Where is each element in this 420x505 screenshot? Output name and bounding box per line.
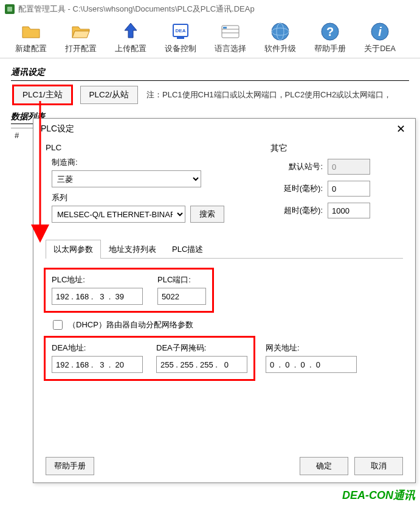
delay-input[interactable] <box>328 181 370 197</box>
ok-button[interactable]: 确定 <box>300 457 348 475</box>
svg-point-7 <box>272 23 289 40</box>
tab-plc-description[interactable]: PLC描述 <box>164 240 211 259</box>
tab-ethernet-params[interactable]: 以太网参数 <box>46 240 101 259</box>
toolbar-label: 语言选择 <box>215 44 246 54</box>
app-icon <box>5 4 15 14</box>
comm-tabs: PLC1/主站 PLC2/从站 注：PLC1使用CH1端口或以太网端口，PLC2… <box>0 86 420 110</box>
dea-mask-label: DEA子网掩码: <box>156 343 247 354</box>
col-hash: # <box>11 128 35 142</box>
toolbar-open-config[interactable]: 打开配置 <box>56 19 106 54</box>
svg-text:?: ? <box>326 25 334 38</box>
search-button[interactable]: 搜索 <box>190 206 224 223</box>
other-group-title: 其它 <box>270 143 403 154</box>
window-titlebar: 配置管理工具 - C:\Users\whsong\Documents\PLC及P… <box>0 0 420 18</box>
toolbar-label: 帮助手册 <box>314 44 346 54</box>
toolbar-label: 软件升级 <box>264 44 296 54</box>
plc-settings-dialog: PLC设定 ✕ PLC 制造商: 三菱 系列 MELSEC-Q/L ETHER <box>33 118 416 483</box>
plc-port-input[interactable] <box>157 288 206 305</box>
toolbar-label: 关于DEA <box>364 44 396 54</box>
info-icon: i <box>369 21 391 43</box>
gateway-input[interactable] <box>266 356 357 373</box>
delay-label: 延时(毫秒): <box>270 183 323 194</box>
maker-combo[interactable]: 三菱 <box>52 170 201 187</box>
toolbar-label: 上传配置 <box>115 44 146 54</box>
maker-label: 制造商: <box>52 157 234 168</box>
toolbar-help-manual[interactable]: ? 帮助手册 <box>305 19 355 54</box>
globe-icon <box>269 21 291 43</box>
plc-port-label: PLC端口: <box>157 274 206 285</box>
svg-text:i: i <box>378 25 382 38</box>
svg-rect-6 <box>223 27 227 29</box>
dea-addr-input[interactable] <box>52 356 143 373</box>
dhcp-checkbox[interactable] <box>53 320 63 330</box>
dialog-title-text: PLC设定 <box>41 124 74 134</box>
svg-rect-2 <box>177 37 184 39</box>
toolbar-software-upgrade[interactable]: 软件升级 <box>255 19 305 54</box>
dialog-footer: 帮助手册 确定 取消 <box>33 457 415 475</box>
plc-addr-label: PLC地址: <box>52 274 143 285</box>
tab-address-support[interactable]: 地址支持列表 <box>101 240 164 259</box>
dea-mask-input[interactable] <box>156 356 247 373</box>
toolbar-upload-config[interactable]: 上传配置 <box>106 19 156 54</box>
dhcp-label: （DHCP）路由器自动分配网络参数 <box>68 319 193 330</box>
toolbar-language[interactable]: 语言选择 <box>205 19 255 54</box>
timeout-input[interactable] <box>328 203 370 218</box>
close-icon: ✕ <box>396 123 405 135</box>
toolbar-new-config[interactable]: 新建配置 <box>6 19 56 54</box>
device-icon: DEA <box>170 21 191 43</box>
comm-section-title: 通讯设定 <box>0 63 420 80</box>
svg-text:DEA: DEA <box>176 28 186 33</box>
language-icon <box>219 21 241 43</box>
tab-plc1-master[interactable]: PLC1/主站 <box>13 86 72 104</box>
dialog-titlebar: PLC设定 ✕ <box>33 119 415 139</box>
cancel-button[interactable]: 取消 <box>354 457 403 475</box>
station-input <box>328 159 370 175</box>
help-manual-button[interactable]: 帮助手册 <box>46 457 94 475</box>
help-icon: ? <box>319 21 341 43</box>
timeout-label: 超时(毫秒): <box>270 205 323 216</box>
toolbar-label: 设备控制 <box>165 44 196 54</box>
series-label: 系列 <box>52 192 234 203</box>
toolbar-label: 打开配置 <box>65 44 97 54</box>
window-title: 配置管理工具 - C:\Users\whsong\Documents\PLC及P… <box>18 4 255 15</box>
section-divider <box>11 80 409 81</box>
dea-network-highlight: DEA地址: DEA子网掩码: <box>46 338 253 379</box>
folder-new-icon <box>20 21 42 43</box>
main-toolbar: 新建配置 打开配置 上传配置 DEA 设备控制 语言选择 软件升级 ? 帮助手册 <box>0 18 420 58</box>
toolbar-device-control[interactable]: DEA 设备控制 <box>156 19 205 54</box>
inner-tabs: 以太网参数 地址支持列表 PLC描述 <box>46 239 403 259</box>
gateway-label: 网关地址: <box>266 343 357 354</box>
folder-open-icon <box>70 21 92 43</box>
tab-plc2-slave[interactable]: PLC2/从站 <box>80 86 139 104</box>
plc-group-title: PLC <box>46 143 234 152</box>
station-label: 默认站号: <box>270 161 323 172</box>
upload-icon <box>120 21 142 43</box>
toolbar-label: 新建配置 <box>15 44 47 54</box>
toolbar-about-dea[interactable]: i 关于DEA <box>355 19 405 54</box>
dialog-close-button[interactable]: ✕ <box>394 122 408 136</box>
watermark-text: DEA-CON通讯 <box>342 488 415 503</box>
toolbar-separator <box>0 58 420 58</box>
plc-network-highlight: PLC地址: PLC端口: <box>46 270 212 311</box>
comm-note: 注：PLC1使用CH1端口或以太网端口，PLC2使用CH2或以太网端口， <box>146 89 391 100</box>
series-combo[interactable]: MELSEC-Q/L ETHERNET-BINARY <box>52 206 185 223</box>
plc-addr-input[interactable] <box>52 288 143 305</box>
dea-addr-label: DEA地址: <box>52 343 143 354</box>
